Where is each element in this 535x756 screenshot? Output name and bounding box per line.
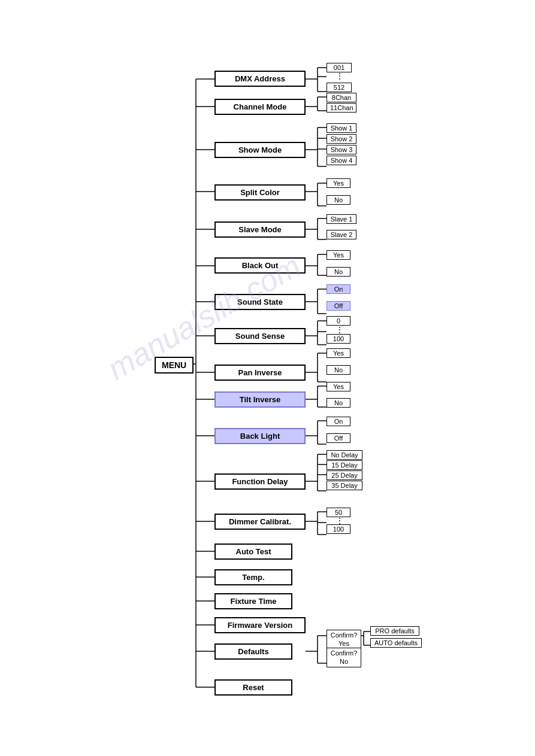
opt-back-on[interactable]: On: [327, 417, 350, 426]
opt-confirm-yes[interactable]: Confirm?Yes: [327, 630, 361, 649]
opt-delay-no[interactable]: No Delay: [327, 450, 362, 460]
opt-sense-100[interactable]: 100: [327, 334, 350, 344]
opt-sound-off[interactable]: Off: [327, 301, 350, 311]
opt-slave-2[interactable]: Slave 2: [327, 230, 356, 239]
opt-pan-yes[interactable]: Yes: [327, 348, 350, 358]
opt-back-off[interactable]: Off: [327, 433, 350, 443]
opt-black-yes[interactable]: Yes: [327, 250, 350, 260]
opt-split-no[interactable]: No: [327, 195, 350, 205]
firmware-version-node[interactable]: Firmware Version: [214, 617, 306, 633]
opt-dim-100[interactable]: 100: [327, 524, 350, 534]
opt-tilt-yes[interactable]: Yes: [327, 382, 350, 391]
diagram-container: MENU DMX Address Channel Mode Show Mode …: [0, 0, 535, 756]
defaults-node[interactable]: Defaults: [214, 643, 292, 660]
opt-delay-35[interactable]: 35 Delay: [327, 481, 362, 490]
opt-show-1[interactable]: Show 1: [327, 123, 356, 133]
opt-sense-ellipsis: ⋮: [335, 326, 344, 334]
opt-dmx-ellipsis: ⋮: [335, 72, 344, 80]
channel-mode-node[interactable]: Channel Mode: [214, 99, 306, 115]
menu-node: MENU: [155, 357, 194, 374]
dimmer-calibrat-node[interactable]: Dimmer Calibrat.: [214, 514, 306, 530]
auto-test-node[interactable]: Auto Test: [214, 544, 292, 560]
split-color-node[interactable]: Split Color: [214, 184, 306, 201]
opt-chan-8chan[interactable]: 8Chan: [327, 93, 356, 102]
opt-slave-1[interactable]: Slave 1: [327, 214, 356, 224]
show-mode-node[interactable]: Show Mode: [214, 142, 306, 158]
opt-sense-0[interactable]: 0: [327, 316, 350, 326]
opt-show-2[interactable]: Show 2: [327, 134, 356, 144]
opt-pan-no[interactable]: No: [327, 365, 350, 375]
slave-mode-node[interactable]: Slave Mode: [214, 221, 306, 238]
opt-black-no[interactable]: No: [327, 267, 350, 277]
temp-node[interactable]: Temp.: [214, 569, 292, 585]
opt-pro-defaults[interactable]: PRO defaults: [370, 626, 419, 636]
function-delay-node[interactable]: Function Delay: [214, 473, 306, 490]
opt-show-3[interactable]: Show 3: [327, 145, 356, 154]
reset-node[interactable]: Reset: [214, 679, 292, 696]
opt-confirm-no[interactable]: Confirm?No: [327, 648, 361, 667]
back-light-node[interactable]: Back Light: [214, 428, 306, 444]
tilt-inverse-node[interactable]: Tilt Inverse: [214, 391, 306, 408]
opt-delay-15[interactable]: 15 Delay: [327, 460, 362, 470]
opt-sound-on[interactable]: On: [327, 284, 350, 294]
opt-show-4[interactable]: Show 4: [327, 156, 356, 165]
black-out-node[interactable]: Black Out: [214, 257, 306, 274]
sound-state-node[interactable]: Sound State: [214, 294, 306, 310]
opt-dim-ellipsis: ⋮: [335, 517, 344, 525]
dmx-address-node[interactable]: DMX Address: [214, 71, 306, 87]
opt-tilt-no[interactable]: No: [327, 398, 350, 408]
opt-auto-defaults[interactable]: AUTO defaults: [370, 638, 422, 648]
fixture-time-node[interactable]: Fixture Time: [214, 593, 292, 609]
opt-delay-25[interactable]: 25 Delay: [327, 470, 362, 480]
sound-sense-node[interactable]: Sound Sense: [214, 328, 306, 344]
opt-chan-11chan[interactable]: 11Chan: [327, 103, 356, 113]
pan-inverse-node[interactable]: Pan Inverse: [214, 365, 306, 381]
opt-split-yes[interactable]: Yes: [327, 178, 350, 188]
opt-dmx-512[interactable]: 512: [327, 83, 352, 92]
